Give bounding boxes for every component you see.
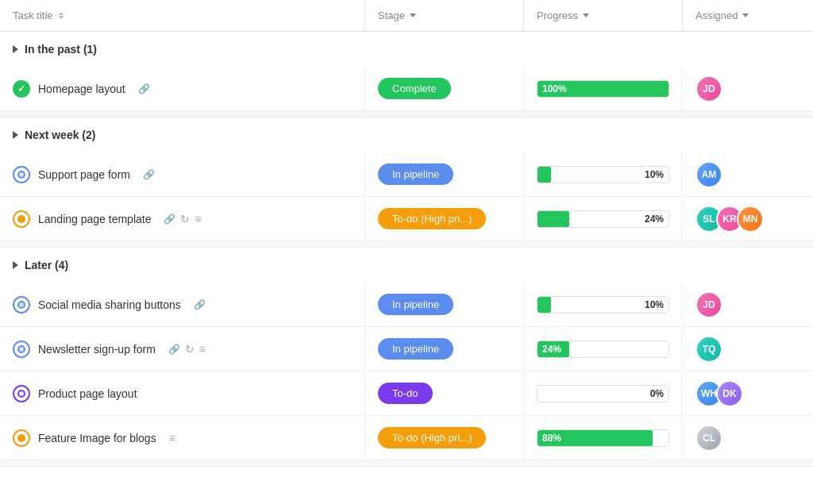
task-status-icon[interactable]: ✓ — [13, 80, 30, 98]
repeat-icon — [180, 213, 190, 225]
task-name[interactable]: Feature Image for blogs — [38, 432, 156, 444]
task-table: Task title Stage Progress Assigned In th… — [0, 0, 813, 467]
assigned-cell: AM — [683, 152, 813, 196]
task-status-icon[interactable] — [13, 429, 30, 447]
stage-badge[interactable]: In pipeline — [378, 294, 453, 315]
assigned-cell: JD — [683, 67, 813, 110]
header-progress[interactable]: Progress — [524, 0, 683, 31]
stage-badge[interactable]: To-do (High pri...) — [378, 208, 486, 229]
status-dot — [17, 171, 25, 179]
header-assigned[interactable]: Assigned — [683, 0, 813, 31]
progress-bar: 100% — [537, 80, 669, 98]
avatar: JD — [695, 75, 722, 102]
assigned-cell: WHDK — [683, 371, 813, 415]
status-dot — [17, 345, 25, 353]
table-header: Task title Stage Progress Assigned — [0, 0, 813, 32]
task-title-cell: ✓ Homepage layout — [0, 67, 365, 110]
task-icons-row — [164, 213, 201, 225]
task-title-cell: Support page form — [0, 152, 365, 196]
group-label: Next week (2) — [25, 129, 95, 141]
group-label: In the past (1) — [25, 43, 97, 56]
progress-bar: 10% — [537, 166, 669, 183]
stage-badge[interactable]: In pipeline — [378, 338, 453, 360]
stage-cell[interactable]: In pipeline — [365, 152, 524, 196]
progress-label: 88% — [542, 433, 561, 444]
check-icon: ✓ — [17, 83, 25, 94]
progress-label: 10% — [645, 299, 664, 310]
stage-badge[interactable]: In pipeline — [378, 164, 453, 185]
group-chevron-icon — [13, 45, 18, 53]
avatar-group: AM — [695, 161, 722, 188]
avatar: JD — [695, 291, 722, 318]
task-name[interactable]: Landing page template — [38, 213, 151, 225]
task-title-cell: Feature Image for blogs — [0, 416, 365, 460]
progress-bar: 10% — [537, 296, 669, 314]
avatar-group: CL — [695, 425, 722, 452]
task-status-icon[interactable] — [13, 210, 30, 228]
task-name[interactable]: Homepage layout — [38, 83, 125, 95]
task-icons-row — [194, 298, 206, 310]
list-icon — [169, 432, 175, 444]
task-status-icon[interactable] — [13, 296, 30, 314]
task-status-icon[interactable] — [13, 340, 30, 358]
stage-cell[interactable]: Complete — [365, 67, 524, 110]
task-name[interactable]: Newsletter sign-up form — [38, 343, 156, 356]
table-row: Social media sharing buttons In pipeline… — [0, 283, 813, 327]
progress-bar: 0% — [537, 385, 669, 402]
stage-badge[interactable]: To-do (High pri...) — [378, 427, 486, 448]
clip-icon — [143, 168, 155, 180]
list-icon — [195, 213, 201, 225]
group-header-later[interactable]: Later (4) — [0, 248, 813, 283]
progress-bar: 88% — [537, 429, 669, 447]
task-status-icon[interactable] — [13, 166, 30, 183]
progress-cell: 24% — [524, 327, 683, 371]
task-icons-row — [168, 343, 206, 356]
progress-cell: 0% — [524, 371, 683, 415]
progress-bar-fill — [538, 167, 551, 183]
group-header-next-week[interactable]: Next week (2) — [0, 117, 813, 152]
stage-cell[interactable]: In pipeline — [365, 283, 524, 326]
stage-badge[interactable]: Complete — [378, 78, 451, 99]
progress-cell: 100% — [524, 67, 683, 110]
stage-cell[interactable]: To-do — [365, 371, 524, 415]
task-name[interactable]: Product page layout — [38, 387, 137, 400]
progress-bar: 24% — [537, 340, 669, 358]
table-row: ✓ Homepage layout Complete 100% JD — [0, 67, 813, 111]
status-dot — [17, 390, 25, 398]
chevron-down-icon — [583, 13, 589, 17]
header-stage[interactable]: Stage — [365, 0, 524, 31]
progress-label: 24% — [542, 344, 561, 355]
stage-cell[interactable]: To-do (High pri...) — [365, 416, 524, 460]
avatar-group: JD — [695, 75, 722, 102]
progress-label: 100% — [542, 83, 567, 94]
avatar-group: JD — [695, 291, 722, 318]
stage-cell[interactable]: To-do (High pri...) — [365, 197, 524, 240]
task-title-cell: Product page layout — [0, 371, 365, 415]
header-task-title[interactable]: Task title — [0, 0, 365, 31]
table-row: Support page form In pipeline 10% AM — [0, 152, 813, 197]
clip-icon — [168, 343, 180, 355]
avatar: AM — [695, 161, 722, 188]
chevron-down-icon — [410, 13, 416, 17]
groups-container: In the past (1) ✓ Homepage layout Comple… — [0, 32, 813, 467]
progress-label: 10% — [645, 169, 664, 180]
stage-cell[interactable]: In pipeline — [365, 327, 524, 371]
table-row: Newsletter sign-up form In pipeline 24% … — [0, 327, 813, 371]
avatar: TQ — [695, 336, 722, 363]
group-header-in-the-past[interactable]: In the past (1) — [0, 32, 813, 67]
task-status-icon[interactable] — [13, 385, 30, 402]
assigned-cell: TQ — [683, 327, 813, 371]
stage-badge[interactable]: To-do — [378, 383, 433, 404]
status-dot — [17, 301, 25, 309]
task-name[interactable]: Support page form — [38, 168, 130, 181]
repeat-icon — [185, 343, 195, 356]
task-icons-row — [143, 168, 155, 180]
task-name[interactable]: Social media sharing buttons — [38, 298, 181, 311]
avatar-group: WHDK — [695, 380, 743, 407]
sort-icon — [58, 12, 64, 19]
table-row: Landing page template To-do (High pri...… — [0, 197, 813, 241]
clip-icon — [138, 83, 150, 94]
avatar: CL — [695, 425, 722, 452]
progress-cell: 10% — [524, 283, 683, 326]
progress-label: 24% — [645, 214, 664, 225]
